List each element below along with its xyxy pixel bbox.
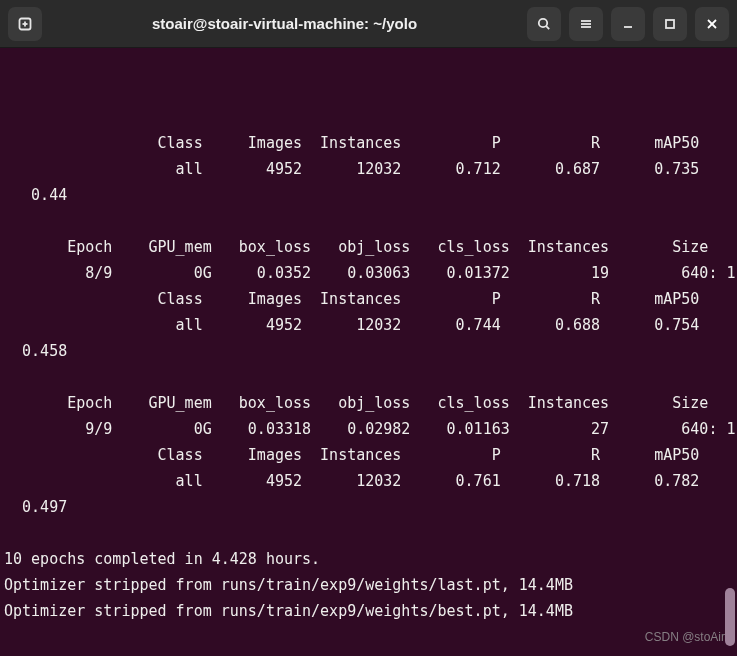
- watermark-text: CSDN @stoAir: [645, 624, 725, 650]
- window-titlebar: stoair@stoair-virtual-machine: ~/yolo: [0, 0, 737, 48]
- svg-point-3: [539, 18, 547, 26]
- new-tab-button[interactable]: [8, 7, 42, 41]
- minimize-button[interactable]: [611, 7, 645, 41]
- titlebar-right-group: [527, 7, 729, 41]
- close-button[interactable]: [695, 7, 729, 41]
- scrollbar-thumb[interactable]: [725, 588, 735, 646]
- terminal-output: Class Images Instances P R mAP50 all 495…: [4, 104, 737, 656]
- menu-button[interactable]: [569, 7, 603, 41]
- search-button[interactable]: [527, 7, 561, 41]
- svg-rect-9: [666, 20, 674, 28]
- svg-line-4: [546, 26, 549, 29]
- window-title: stoair@stoair-virtual-machine: ~/yolo: [50, 15, 519, 32]
- maximize-button[interactable]: [653, 7, 687, 41]
- terminal-viewport[interactable]: Class Images Instances P R mAP50 all 495…: [0, 48, 737, 656]
